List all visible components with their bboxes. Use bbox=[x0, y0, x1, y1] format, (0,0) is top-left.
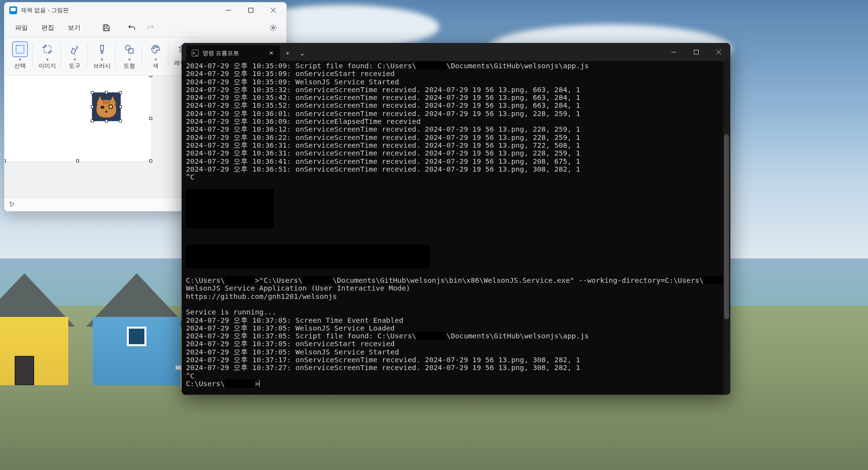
ribbon-color[interactable]: ▾ 색 bbox=[143, 39, 168, 72]
terminal-line: 2024-07-29 오후 10:35:09: onServiceStart r… bbox=[186, 70, 726, 78]
brush-icon bbox=[94, 41, 110, 57]
svg-rect-8 bbox=[44, 46, 51, 53]
chevron-down-icon: ▾ bbox=[19, 58, 21, 61]
terminal-scroll-thumb[interactable] bbox=[724, 134, 729, 319]
cursor-pos-icon bbox=[9, 201, 16, 208]
terminal-line: 2024-07-29 오후 10:36:31: onServiceScreenT… bbox=[186, 149, 726, 157]
canvas-handle[interactable] bbox=[149, 159, 152, 162]
close-button[interactable] bbox=[262, 3, 284, 18]
ribbon-brush-label: 브러시 bbox=[93, 62, 111, 70]
ribbon-brush[interactable]: ▾ 브러시 bbox=[88, 39, 116, 72]
terminal-scrollbar[interactable] bbox=[723, 61, 730, 394]
terminal-line: 2024-07-29 오후 10:37:05: Script file foun… bbox=[186, 332, 726, 340]
terminal-line: 2024-07-29 오후 10:35:09: WelsonJS Service… bbox=[186, 78, 726, 86]
selection-handle[interactable] bbox=[119, 119, 122, 122]
ribbon-image-label: 이미지 bbox=[39, 62, 56, 70]
ribbon-select-label: 선택 bbox=[14, 62, 26, 70]
terminal-line: 2024-07-29 오후 10:37:05: Screen Time Even… bbox=[186, 316, 726, 324]
select-rect-icon bbox=[12, 41, 28, 57]
selection-handle[interactable] bbox=[91, 119, 94, 122]
terminal-line: 2024-07-29 오후 10:36:01: onServiceScreenT… bbox=[186, 110, 726, 118]
terminal-line: 2024-07-29 오후 10:35:32: onServiceScreenT… bbox=[186, 86, 726, 94]
selection-handle[interactable] bbox=[105, 91, 108, 94]
ribbon-tools[interactable]: ▾ 도구 bbox=[62, 39, 87, 72]
terminal-tab-title: 명령 프롬프트 bbox=[202, 49, 239, 58]
svg-point-12 bbox=[155, 46, 156, 47]
terminal-output[interactable]: 2024-07-29 오후 10:35:09: Script file foun… bbox=[182, 61, 730, 394]
selection-handle[interactable] bbox=[105, 119, 108, 122]
ribbon-tools-label: 도구 bbox=[69, 62, 81, 70]
minimize-button[interactable] bbox=[217, 3, 240, 18]
redacted-username: XXXXXXX bbox=[225, 276, 255, 284]
terminal-line: C:\Users\XXXXXXX>"C:\Users\XXXXXXX\Docum… bbox=[186, 276, 726, 284]
redaction-block bbox=[186, 245, 430, 269]
terminal-tabbar: >_ 명령 프롬프트 ✕ ＋ ⌄ bbox=[182, 43, 730, 61]
terminal-line: ^C bbox=[186, 372, 726, 380]
terminal-line: 2024-07-29 오후 10:36:31: onServiceScreenT… bbox=[186, 141, 726, 149]
menu-file[interactable]: 파일 bbox=[9, 20, 34, 35]
redacted-username: XXXXXXX bbox=[416, 61, 446, 70]
image-crop-icon bbox=[40, 41, 55, 57]
ribbon-image[interactable]: ▾ 이미지 bbox=[34, 39, 61, 72]
cat-avatar-icon bbox=[95, 95, 118, 118]
settings-icon[interactable] bbox=[265, 20, 282, 35]
canvas-handle[interactable] bbox=[76, 159, 79, 162]
tab-dropdown-icon[interactable]: ⌄ bbox=[295, 45, 309, 61]
ribbon-shapes[interactable]: ▾ 도형 bbox=[117, 39, 142, 72]
tools-pencil-icon bbox=[67, 41, 82, 57]
palette-icon bbox=[148, 41, 163, 57]
cmd-icon: >_ bbox=[192, 50, 199, 57]
redacted-username: XXXXXXX bbox=[303, 276, 333, 284]
redo-icon bbox=[142, 20, 159, 35]
terminal-line: 2024-07-29 오후 10:35:09: Script file foun… bbox=[186, 62, 726, 70]
canvas-handle[interactable] bbox=[149, 76, 152, 77]
terminal-line: 2024-07-29 오후 10:37:05: WelsonJS Service… bbox=[186, 324, 726, 332]
terminal-line: 2024-07-29 오후 10:37:27: onServiceScreenT… bbox=[186, 364, 726, 372]
svg-point-6 bbox=[272, 26, 274, 28]
ribbon-select[interactable]: ▾ 선택 bbox=[7, 39, 33, 72]
svg-rect-5 bbox=[104, 28, 108, 31]
svg-rect-4 bbox=[104, 25, 107, 27]
terminal-line: 2024-07-29 오후 10:37:17: onServiceScreenT… bbox=[186, 356, 726, 364]
undo-icon[interactable] bbox=[123, 20, 140, 35]
svg-point-11 bbox=[153, 48, 154, 49]
terminal-window[interactable]: >_ 명령 프롬프트 ✕ ＋ ⌄ 2024-07-29 오후 10:35:09:… bbox=[182, 43, 730, 395]
tab-close-icon[interactable]: ✕ bbox=[266, 50, 276, 57]
selection-handle[interactable] bbox=[119, 91, 122, 94]
ribbon-shapes-label: 도형 bbox=[123, 62, 135, 70]
terminal-tab-active[interactable]: >_ 명령 프롬프트 ✕ bbox=[186, 45, 280, 61]
save-icon[interactable] bbox=[98, 20, 115, 35]
new-tab-button[interactable]: ＋ bbox=[280, 45, 295, 61]
selection-handle[interactable] bbox=[119, 105, 122, 108]
redacted-username: XXXXXXX bbox=[416, 332, 446, 340]
terminal-line bbox=[186, 229, 726, 236]
terminal-line: 2024-07-29 오후 10:36:22: onServiceScreenT… bbox=[186, 134, 726, 141]
terminal-line: 2024-07-29 오후 10:35:52: onServiceScreenT… bbox=[186, 101, 726, 109]
pasted-image-selection[interactable] bbox=[92, 93, 121, 121]
svg-rect-7 bbox=[16, 45, 24, 53]
shapes-icon bbox=[121, 41, 137, 57]
terminal-line bbox=[186, 300, 726, 308]
terminal-line: ^C bbox=[186, 173, 726, 181]
paint-canvas[interactable] bbox=[4, 76, 151, 161]
paint-titlebar[interactable]: 제목 없음 - 그림판 bbox=[4, 2, 286, 18]
redacted-username: XXXXXXX bbox=[225, 379, 255, 388]
terminal-cursor bbox=[259, 380, 260, 387]
terminal-line bbox=[186, 237, 726, 245]
selection-handle[interactable] bbox=[91, 105, 94, 108]
selection-handle[interactable] bbox=[91, 91, 94, 94]
terminal-close-button[interactable] bbox=[707, 43, 730, 61]
menu-view[interactable]: 보기 bbox=[62, 20, 86, 35]
maximize-button[interactable] bbox=[240, 3, 262, 18]
paint-title-text: 제목 없음 - 그림판 bbox=[21, 6, 69, 15]
terminal-line: 2024-07-29 오후 10:37:05: WelsonJS Service… bbox=[186, 348, 726, 356]
menu-edit[interactable]: 편집 bbox=[36, 20, 60, 35]
terminal-line: 2024-07-29 오후 10:35:42: onServiceScreenT… bbox=[186, 94, 726, 101]
paint-app-icon bbox=[9, 6, 17, 14]
terminal-minimize-button[interactable] bbox=[663, 43, 685, 61]
terminal-line: WelsonJS Service Application (User Inter… bbox=[186, 284, 726, 292]
canvas-handle[interactable] bbox=[4, 159, 6, 162]
terminal-line: https://github.com/gnh1201/welsonjs bbox=[186, 293, 726, 300]
terminal-maximize-button[interactable] bbox=[685, 43, 707, 61]
canvas-handle[interactable] bbox=[149, 117, 152, 120]
